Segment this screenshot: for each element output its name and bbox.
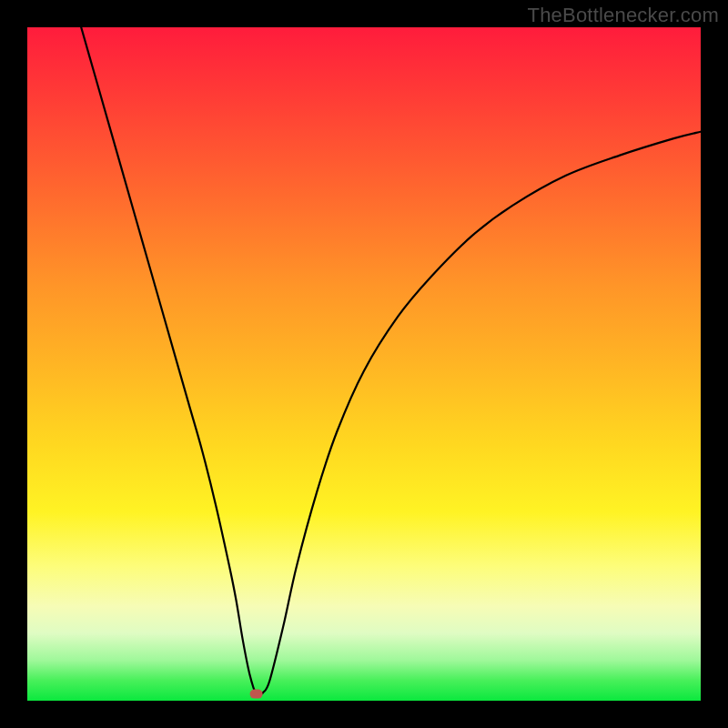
bottleneck-curve <box>81 27 701 695</box>
plot-area <box>27 27 701 701</box>
watermark-text: TheBottlenecker.com <box>528 4 719 27</box>
chart-container: TheBottlenecker.com <box>0 0 728 728</box>
optimum-marker <box>250 690 263 699</box>
chart-svg <box>27 27 701 701</box>
